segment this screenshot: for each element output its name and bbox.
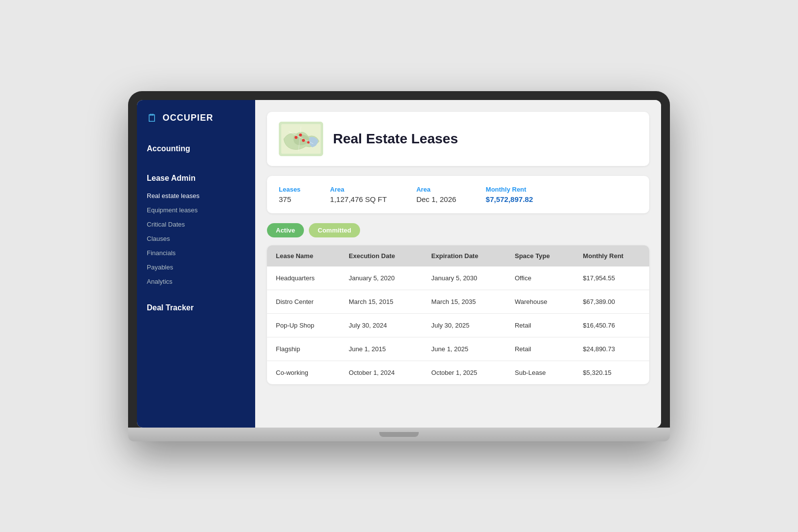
stat-area-date: Area Dec 1, 2026	[416, 186, 456, 203]
sidebar: 🗒 OCCUPIER Accounting Lease Admin Real e…	[137, 100, 255, 428]
col-monthly-rent: Monthly Rent	[574, 245, 649, 266]
cell-space-3: Retail	[506, 337, 574, 361]
sidebar-item-clauses[interactable]: Clauses	[137, 232, 255, 246]
table-header: Lease Name Execution Date Expiration Dat…	[267, 245, 649, 266]
page-title: Real Estate Leases	[333, 131, 458, 147]
cell-expiration-0: January 5, 2030	[423, 266, 506, 290]
svg-point-5	[302, 139, 305, 142]
sidebar-item-analytics[interactable]: Analytics	[137, 274, 255, 289]
cell-expiration-4: October 1, 2025	[423, 361, 506, 384]
col-lease-name: Lease Name	[267, 245, 340, 266]
cell-execution-4: October 1, 2024	[340, 361, 423, 384]
cell-rent-2: $16,450.76	[574, 313, 649, 337]
cell-space-0: Office	[506, 266, 574, 290]
header-card: Real Estate Leases	[267, 112, 649, 166]
stat-monthly-rent-value: $7,572,897.82	[486, 195, 533, 203]
stat-area-date-label: Area	[416, 186, 456, 193]
laptop-base	[128, 428, 670, 441]
filter-active-button[interactable]: Active	[267, 223, 304, 237]
sidebar-section-deal-tracker: Deal Tracker	[137, 298, 255, 318]
svg-point-6	[299, 133, 302, 136]
leases-table: Lease Name Execution Date Expiration Dat…	[267, 245, 649, 384]
sidebar-item-equipment-leases[interactable]: Equipment leases	[137, 203, 255, 217]
logo-text: OCCUPIER	[163, 113, 213, 123]
cell-expiration-1: March 15, 2035	[423, 290, 506, 313]
table-row[interactable]: Pop-Up Shop July 30, 2024 July 30, 2025 …	[267, 313, 649, 337]
main-content: Real Estate Leases Leases 375 Area 1,127…	[255, 100, 661, 428]
cell-expiration-2: July 30, 2025	[423, 313, 506, 337]
sidebar-item-payables[interactable]: Payables	[137, 260, 255, 274]
table-row[interactable]: Flagship June 1, 2015 June 1, 2025 Retai…	[267, 337, 649, 361]
cell-space-4: Sub-Lease	[506, 361, 574, 384]
svg-point-7	[307, 141, 310, 143]
laptop-notch	[379, 432, 419, 437]
cell-rent-1: $67,389.00	[574, 290, 649, 313]
sidebar-spacer-1	[137, 159, 255, 168]
table-body: Headquarters January 5, 2020 January 5, …	[267, 266, 649, 384]
leases-table-container: Lease Name Execution Date Expiration Dat…	[267, 245, 649, 384]
stat-leases: Leases 375	[279, 186, 300, 203]
sidebar-section-accounting: Accounting	[137, 138, 255, 159]
stat-leases-label: Leases	[279, 186, 300, 193]
table-header-row: Lease Name Execution Date Expiration Dat…	[267, 245, 649, 266]
stat-area-sqft-label: Area	[330, 186, 387, 193]
sidebar-section-lease-admin: Lease Admin	[137, 168, 255, 189]
cell-name-4: Co-working	[267, 361, 340, 384]
cell-name-0: Headquarters	[267, 266, 340, 290]
stat-leases-value: 375	[279, 195, 300, 203]
cell-name-3: Flagship	[267, 337, 340, 361]
cell-name-1: Distro Center	[267, 290, 340, 313]
table-row[interactable]: Headquarters January 5, 2020 January 5, …	[267, 266, 649, 290]
sidebar-spacer-2	[137, 289, 255, 298]
laptop-screen: 🗒 OCCUPIER Accounting Lease Admin Real e…	[137, 100, 661, 428]
cell-rent-3: $24,890.73	[574, 337, 649, 361]
logo-icon: 🗒	[147, 112, 158, 125]
cell-execution-2: July 30, 2024	[340, 313, 423, 337]
table-row[interactable]: Distro Center March 15, 2015 March 15, 2…	[267, 290, 649, 313]
stats-card: Leases 375 Area 1,127,476 SQ FT Area Dec…	[267, 176, 649, 213]
cell-name-2: Pop-Up Shop	[267, 313, 340, 337]
svg-point-4	[295, 136, 298, 139]
sidebar-item-real-estate-leases[interactable]: Real estate leases	[137, 189, 255, 203]
stat-area-sqft: Area 1,127,476 SQ FT	[330, 186, 387, 203]
stat-monthly-rent-label: Monthly Rent	[486, 186, 533, 193]
table-row[interactable]: Co-working October 1, 2024 October 1, 20…	[267, 361, 649, 384]
col-expiration-date: Expiration Date	[423, 245, 506, 266]
sidebar-logo: 🗒 OCCUPIER	[137, 112, 255, 138]
map-thumbnail	[279, 122, 323, 156]
stat-area-date-value: Dec 1, 2026	[416, 195, 456, 203]
col-space-type: Space Type	[506, 245, 574, 266]
cell-execution-0: January 5, 2020	[340, 266, 423, 290]
cell-rent-0: $17,954.55	[574, 266, 649, 290]
app-container: 🗒 OCCUPIER Accounting Lease Admin Real e…	[137, 100, 661, 428]
cell-space-1: Warehouse	[506, 290, 574, 313]
cell-expiration-3: June 1, 2025	[423, 337, 506, 361]
stat-area-sqft-value: 1,127,476 SQ FT	[330, 195, 387, 203]
cell-rent-4: $5,320.15	[574, 361, 649, 384]
col-execution-date: Execution Date	[340, 245, 423, 266]
stat-monthly-rent: Monthly Rent $7,572,897.82	[486, 186, 533, 203]
cell-execution-3: June 1, 2015	[340, 337, 423, 361]
filter-committed-button[interactable]: Committed	[309, 223, 360, 237]
laptop-frame: 🗒 OCCUPIER Accounting Lease Admin Real e…	[128, 91, 670, 441]
cell-execution-1: March 15, 2015	[340, 290, 423, 313]
sidebar-item-financials[interactable]: Financials	[137, 246, 255, 260]
sidebar-item-critical-dates[interactable]: Critical Dates	[137, 217, 255, 232]
filter-row: Active Committed	[267, 223, 649, 237]
cell-space-2: Retail	[506, 313, 574, 337]
